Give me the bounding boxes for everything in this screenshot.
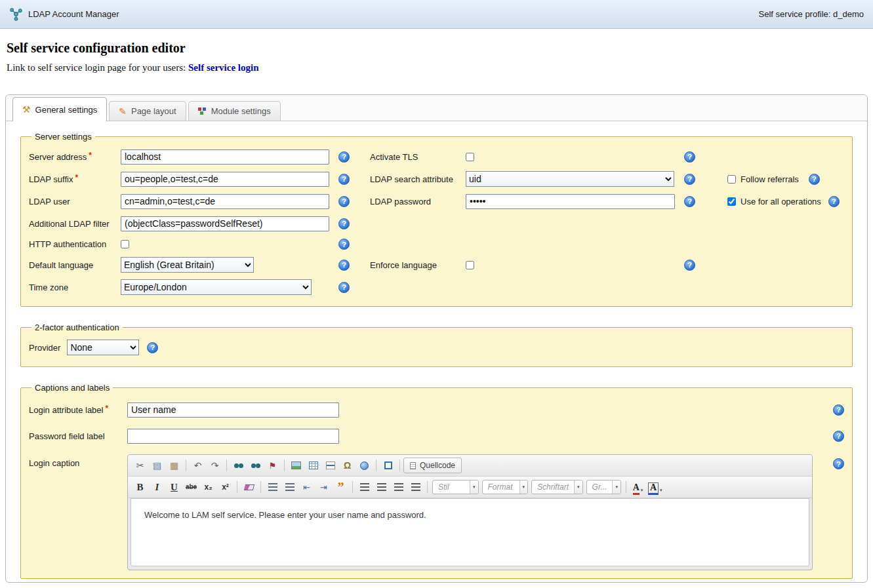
remove-format-button[interactable] — [241, 479, 257, 495]
help-icon[interactable]: ? — [147, 342, 158, 353]
maximize-button[interactable] — [380, 458, 396, 473]
time-zone-select[interactable]: Europe/London — [121, 279, 312, 295]
iframe-button[interactable] — [356, 458, 373, 473]
help-icon[interactable]: ? — [684, 174, 695, 185]
help-icon[interactable]: ? — [338, 260, 350, 271]
help-icon[interactable]: ? — [809, 174, 820, 185]
horizontal-rule-button[interactable] — [322, 458, 338, 473]
bullet-list-button[interactable] — [281, 479, 298, 495]
source-button[interactable]: Quellcode — [403, 458, 462, 473]
italic-button[interactable]: I — [149, 479, 165, 495]
globe-icon — [360, 461, 369, 470]
server-address-input[interactable] — [121, 149, 329, 165]
ldap-password-input[interactable] — [466, 194, 675, 209]
activate-tls-checkbox[interactable] — [466, 153, 474, 161]
image-icon — [291, 461, 301, 469]
outdent-button[interactable]: ⇤ — [298, 479, 315, 495]
help-icon[interactable]: ? — [828, 196, 840, 207]
select-all-button[interactable]: ⚑ — [264, 458, 281, 473]
numbered-list-button[interactable] — [264, 479, 281, 495]
self-service-login-link[interactable]: Self service login — [188, 62, 258, 73]
indent-button[interactable]: ⇥ — [315, 479, 332, 495]
numbered-list-icon — [268, 483, 277, 491]
special-char-button[interactable]: Ω — [339, 458, 355, 473]
undo-button[interactable]: ↶ — [190, 458, 206, 473]
bold-button[interactable]: B — [132, 479, 148, 495]
help-icon[interactable]: ? — [684, 151, 695, 163]
superscript-button[interactable]: x² — [217, 479, 233, 495]
login-caption-editor: ✂ ▤ ▦ ↶ ↷ ⚑ — [127, 454, 813, 570]
help-icon[interactable]: ? — [338, 218, 350, 229]
follow-referrals-checkbox[interactable] — [727, 175, 736, 184]
horizontal-rule-icon — [326, 461, 335, 469]
blockquote-icon: ” — [338, 484, 344, 490]
help-icon[interactable]: ? — [833, 404, 844, 416]
text-color-button[interactable]: A ▾ — [630, 479, 646, 495]
ldap-suffix-input[interactable] — [121, 172, 329, 187]
ldap-user-input[interactable] — [121, 194, 329, 209]
provider-select[interactable]: None — [67, 340, 139, 355]
insert-image-button[interactable] — [288, 458, 304, 473]
style-combo[interactable]: Stil ▾ — [432, 480, 479, 494]
align-left-button[interactable] — [356, 479, 373, 495]
editor-content-area[interactable]: Welcome to LAM self service. Please ente… — [131, 498, 809, 566]
chevron-down-icon: ▾ — [641, 488, 643, 493]
font-combo[interactable]: Schriftart ▾ — [531, 480, 583, 494]
server-settings-fieldset: Server settings Server address* ? Activa… — [20, 132, 853, 307]
http-authentication-label: HTTP authentication — [29, 239, 121, 249]
align-center-button[interactable] — [373, 479, 390, 495]
find-button[interactable] — [230, 458, 247, 473]
help-icon[interactable]: ? — [338, 239, 350, 250]
format-combo[interactable]: Format ▾ — [482, 480, 529, 494]
subscript-icon: x₂ — [204, 483, 212, 491]
help-icon[interactable]: ? — [338, 282, 350, 293]
underline-button[interactable]: U — [166, 479, 182, 495]
tab-module-settings[interactable]: Module settings — [188, 101, 281, 121]
subscript-button[interactable]: x₂ — [200, 479, 216, 495]
use-for-all-operations-checkbox[interactable] — [727, 197, 736, 206]
wrench-icon: ⚒ — [22, 105, 31, 114]
cut-icon: ✂ — [136, 461, 144, 470]
insert-table-button[interactable] — [305, 458, 321, 473]
password-field-label: Password field label — [29, 431, 127, 441]
default-language-label: Default language — [29, 260, 121, 270]
enforce-language-label: Enforce language — [370, 260, 466, 270]
password-field-label-input[interactable] — [127, 429, 339, 444]
ldap-search-attribute-select[interactable]: uid — [466, 171, 674, 187]
help-icon[interactable]: ? — [338, 151, 350, 163]
editor-toolbar-2: B I U abe x₂ x² ⇤ ⇥ — [128, 477, 812, 498]
enforce-language-checkbox[interactable] — [466, 261, 474, 269]
help-icon[interactable]: ? — [338, 174, 350, 185]
chevron-down-icon: ▾ — [519, 480, 528, 494]
ldap-suffix-row: LDAP suffix* ? LDAP search attribute uid… — [29, 168, 844, 190]
help-icon[interactable]: ? — [338, 196, 350, 207]
help-icon[interactable]: ? — [833, 458, 844, 469]
font-combo-label: Schriftart — [532, 480, 574, 494]
indent-icon: ⇥ — [320, 483, 327, 492]
background-color-icon: A — [648, 482, 659, 495]
source-button-label: Quellcode — [420, 461, 455, 470]
help-icon[interactable]: ? — [833, 431, 844, 442]
copy-button[interactable]: ▤ — [149, 458, 165, 473]
help-icon[interactable]: ? — [684, 196, 695, 207]
align-left-icon — [360, 483, 369, 491]
http-authentication-checkbox[interactable] — [121, 240, 129, 248]
server-address-label: Server address* — [29, 152, 121, 162]
background-color-button[interactable]: A ▾ — [647, 479, 664, 495]
tab-page-layout[interactable]: ✎ Page layout — [109, 101, 186, 121]
default-language-select[interactable]: English (Great Britain) — [121, 257, 254, 273]
paste-button[interactable]: ▦ — [166, 458, 182, 473]
login-attribute-input[interactable] — [127, 402, 339, 418]
strikethrough-button[interactable]: abe — [183, 479, 199, 495]
replace-button[interactable] — [247, 458, 264, 473]
align-justify-button[interactable] — [407, 479, 424, 495]
redo-button[interactable]: ↷ — [207, 458, 223, 473]
tab-general-settings[interactable]: ⚒ General settings — [12, 97, 107, 121]
cut-button[interactable]: ✂ — [132, 458, 148, 473]
two-factor-legend: 2-factor authentication — [31, 323, 123, 332]
align-right-button[interactable] — [390, 479, 407, 495]
size-combo[interactable]: Gr... ▾ — [586, 480, 621, 494]
help-icon[interactable]: ? — [684, 260, 695, 271]
blockquote-button[interactable]: ” — [333, 479, 349, 495]
additional-ldap-filter-input[interactable] — [121, 216, 329, 231]
